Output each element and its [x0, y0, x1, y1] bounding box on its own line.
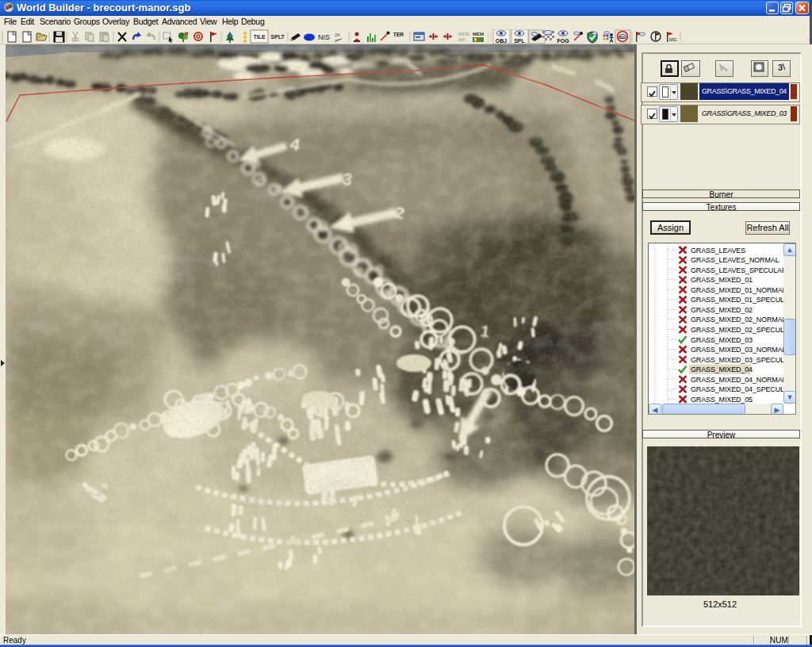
svg-text:TER: TER	[393, 32, 404, 37]
svg-text:GRASS_MIXED_04_SPECULAR: GRASS_MIXED_04_SPECULAR	[691, 385, 783, 393]
svg-text:3: 3	[778, 63, 783, 72]
svg-text:2K: 2K	[335, 33, 340, 37]
svg-text:NIS: NIS	[318, 33, 330, 41]
svg-text:GRASS_MIXED_02_NORMAL: GRASS_MIXED_02_NORMAL	[691, 316, 783, 324]
svg-text:GRASS_MIXED_05: GRASS_MIXED_05	[691, 396, 753, 404]
svg-text:GRASS_MIXED_04: GRASS_MIXED_04	[691, 366, 753, 373]
svg-text:GRASS_LEAVES: GRASS_LEAVES	[691, 247, 745, 255]
svg-text:OBJ: OBJ	[496, 38, 508, 44]
svg-text:GRASS_MIXED_04_NORMAL: GRASS_MIXED_04_NORMAL	[691, 376, 783, 384]
svg-text:TILE: TILE	[253, 34, 265, 40]
svg-text:MEM: MEM	[473, 32, 484, 36]
svg-text:SPLT: SPLT	[270, 34, 285, 40]
svg-text:GRASS_MIXED_03_SPECULAR: GRASS_MIXED_03_SPECULAR	[691, 356, 783, 364]
svg-text:GRASS_LEAVES_NORMAL: GRASS_LEAVES_NORMAL	[691, 256, 779, 264]
svg-text:BNC: BNC	[619, 36, 626, 40]
svg-text:INF: INF	[458, 37, 466, 42]
svg-text:GRASS_MIXED_01_NORMAL: GRASS_MIXED_01_NORMAL	[691, 286, 783, 294]
svg-text:GRASS_LEAVES_SPECULAR: GRASS_LEAVES_SPECULAR	[691, 266, 783, 274]
svg-text:SPL: SPL	[514, 38, 525, 44]
svg-text:GRASS_MIXED_01_SPECULAR: GRASS_MIXED_01_SPECULAR	[691, 296, 783, 304]
svg-text:GRASS_MIXED_02: GRASS_MIXED_02	[691, 306, 753, 314]
svg-text:MSC: MSC	[669, 38, 678, 42]
svg-text:GRASS_MIXED_01: GRASS_MIXED_01	[691, 276, 753, 284]
svg-text:GRASS_MIXED_03: GRASS_MIXED_03	[691, 336, 753, 344]
svg-text:FOG: FOG	[557, 38, 569, 44]
svg-text:GRASS_MIXED_02_SPECULAR: GRASS_MIXED_02_SPECULAR	[691, 326, 783, 334]
svg-text:MEM: MEM	[458, 32, 469, 36]
svg-text:GRASS_MIXED_03_NORMAL: GRASS_MIXED_03_NORMAL	[691, 346, 783, 354]
